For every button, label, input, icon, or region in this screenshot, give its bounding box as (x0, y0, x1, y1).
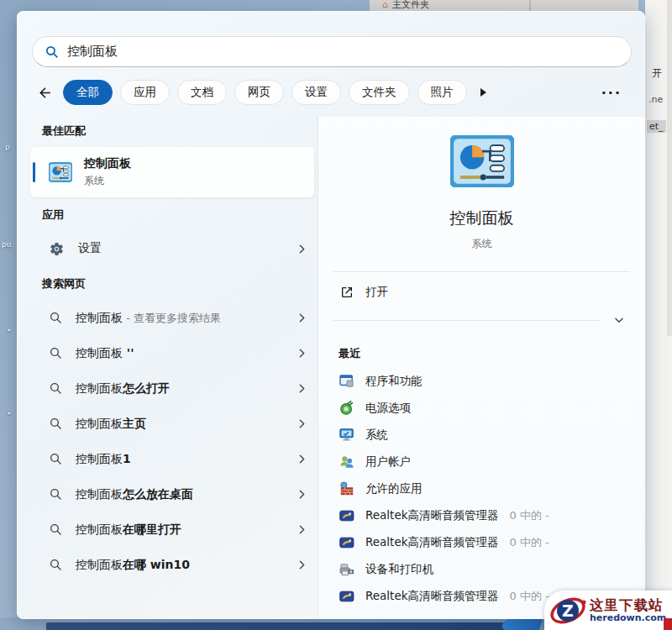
results-column: 最佳匹配 控制面板 系统 (17, 117, 318, 619)
chevron-right-icon (297, 489, 307, 500)
background-text-fragment: 开 (652, 66, 662, 81)
desktop-icon-label-fragment: ∙ (7, 326, 12, 334)
result-settings-app[interactable]: 设置 (30, 231, 314, 266)
divider (333, 320, 600, 321)
open-external-icon (340, 286, 354, 299)
divider (333, 271, 630, 272)
chevron-right-icon (297, 244, 307, 255)
recent-item-programs-features[interactable]: 程序和功能 (333, 368, 630, 395)
search-icon (49, 452, 62, 465)
chevron-right-icon (297, 454, 307, 465)
expand-actions-button[interactable] (608, 312, 630, 328)
tabs-overflow-button[interactable] (478, 87, 488, 97)
preview-pane: 控制面板 系统 打开 最近 (318, 117, 645, 619)
best-match-result[interactable]: 控制面板 系统 (30, 147, 314, 197)
best-match-text: 控制面板 系统 (84, 156, 131, 188)
web-suggestion[interactable]: 控制面板主页 (30, 406, 314, 441)
taskbar-highlight (501, 619, 543, 630)
search-input[interactable]: 控制面板 (32, 36, 632, 67)
best-match-subtitle: 系统 (84, 174, 131, 188)
chevron-down-icon (613, 314, 625, 326)
search-icon (49, 381, 62, 395)
preview-subtitle: 系统 (472, 237, 492, 251)
tab-settings[interactable]: 设置 (291, 80, 341, 105)
system-icon (339, 428, 354, 444)
chevron-right-icon (297, 524, 307, 535)
selection-accent-bar (33, 162, 35, 182)
watermark-site-name: 这里下载站 (590, 598, 666, 612)
desktop-icon-label-fragment: ∙ (7, 409, 12, 417)
printer-icon (339, 562, 354, 578)
watermark-text: 这里下载站 heredown.com (590, 598, 666, 623)
search-icon (49, 417, 62, 430)
web-suggestion[interactable]: 控制面板 - 查看更多搜索结果 (30, 300, 314, 335)
tab-web[interactable]: 网页 (234, 80, 284, 105)
suggestion-text: 控制面板 (76, 487, 123, 501)
divider (529, 0, 531, 11)
preview-title: 控制面板 (450, 207, 514, 229)
tab-documents[interactable]: 文档 (177, 80, 227, 105)
suggestion-text: 控制面板 (76, 452, 123, 465)
chevron-right-icon (297, 418, 307, 429)
site-watermark: Z 这里下载站 heredown.com (544, 591, 672, 630)
suggestion-text: 控制面板 (76, 311, 123, 324)
suggestion-text: 控制面板 (76, 346, 123, 360)
settings-app-label: 设置 (78, 241, 102, 256)
watermark-url: heredown.com (590, 613, 666, 623)
search-icon (49, 522, 62, 536)
suggestion-suffix: - 查看更多搜索结果 (123, 312, 221, 324)
web-suggestion[interactable]: 控制面板1 (30, 441, 314, 476)
suggestion-text: 控制面板 (76, 558, 123, 571)
tab-folders[interactable]: 文件夹 (349, 80, 410, 105)
recent-item-realtek-audio[interactable]: Realtek高清晰音频管理器0 中的 - (333, 502, 630, 529)
chevron-right-icon (297, 348, 307, 359)
web-suggestion[interactable]: 控制面板在哪 win10 (30, 547, 314, 582)
recent-item-realtek-audio[interactable]: Realtek高清晰音频管理器0 中的 - (333, 529, 630, 556)
background-window-strip (645, 0, 672, 596)
firewall-icon (339, 481, 354, 497)
realtek-audio-icon (339, 589, 354, 605)
recent-item-devices-printers[interactable]: 设备和打印机 (333, 556, 630, 583)
search-icon (49, 346, 62, 360)
recent-item-power-options[interactable]: 电源选项 (333, 395, 630, 422)
tab-all[interactable]: 全部 (63, 80, 113, 105)
tab-apps[interactable]: 应用 (120, 80, 170, 105)
web-suggestion[interactable]: 控制面板 '' (30, 335, 314, 370)
search-results-content: 最佳匹配 控制面板 系统 (17, 117, 645, 619)
search-web-header: 搜索网页 (42, 276, 314, 291)
play-icon (478, 87, 488, 97)
background-explorer-label: 主文件夹 (392, 0, 429, 10)
programs-features-icon (339, 374, 354, 390)
web-suggestion[interactable]: 控制面板怎么打开 (30, 370, 314, 406)
filter-tabs: 全部 应用 文档 网页 设置 文件夹 照片 ··· (34, 80, 632, 105)
search-icon (49, 487, 62, 501)
web-suggestion[interactable]: 控制面板怎么放在桌面 (30, 476, 314, 512)
recent-item-allowed-apps[interactable]: 允许的应用 (333, 475, 630, 502)
best-match-header: 最佳匹配 (42, 123, 314, 139)
search-icon (49, 311, 62, 324)
suggestion-text: 控制面板 (76, 522, 123, 536)
svg-text:Z: Z (562, 601, 574, 620)
apps-header: 应用 (42, 207, 314, 223)
tab-photos[interactable]: 照片 (417, 80, 467, 105)
preview-header: 控制面板 系统 (333, 117, 630, 251)
recent-item-system[interactable]: 系统 (333, 422, 630, 449)
gear-icon (49, 241, 65, 257)
realtek-audio-icon (339, 535, 354, 551)
background-text-fragment: .ne (648, 94, 663, 105)
taskbar (46, 622, 538, 630)
recent-header: 最近 (339, 346, 630, 361)
arrow-left-icon (37, 85, 53, 101)
more-options-button[interactable]: ··· (601, 85, 622, 101)
home-icon: ⌂ (382, 0, 388, 10)
chevron-right-icon (297, 312, 307, 323)
recent-item-user-accounts[interactable]: 用户帐户 (333, 449, 630, 475)
user-accounts-icon (339, 454, 354, 470)
search-icon (49, 558, 62, 571)
suggestion-text: 控制面板 (76, 381, 123, 395)
open-action[interactable]: 打开 (333, 277, 630, 307)
power-options-icon (339, 401, 354, 417)
back-button[interactable] (34, 81, 55, 103)
watermark-red-corner (664, 618, 672, 630)
web-suggestion[interactable]: 控制面板在哪里打开 (30, 512, 314, 547)
